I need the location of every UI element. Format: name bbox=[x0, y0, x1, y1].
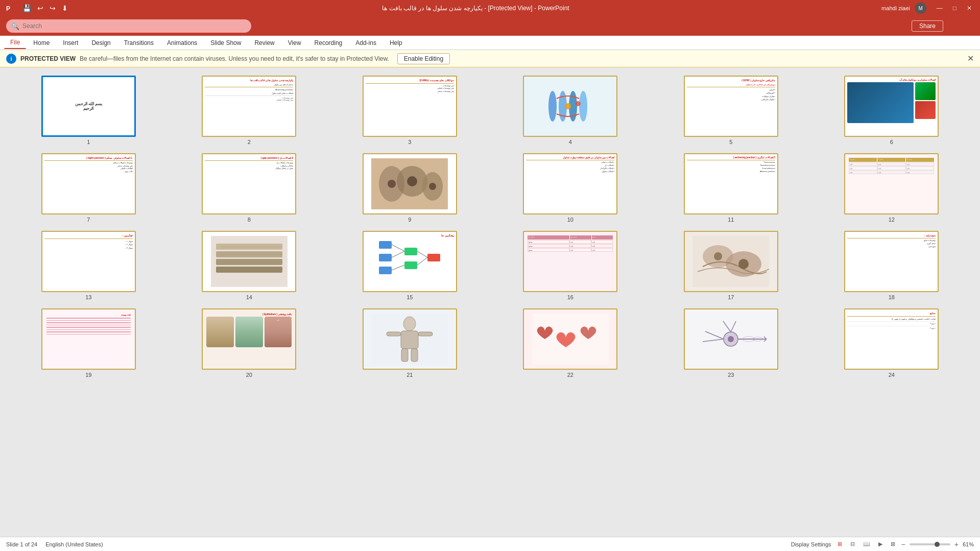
svg-line-31 bbox=[392, 265, 404, 270]
slide-thumbnail[interactable]: بسم الله الرحمن الرحيم bbox=[41, 76, 136, 137]
slide-item[interactable]: ستون 1 ستون 2 ستون 3 داده داده داده داده… bbox=[816, 153, 968, 223]
protected-label: PROTECTED VIEW bbox=[20, 55, 76, 62]
slide-item[interactable]: 2 اتصالات باز ( gap junction ) توضیحات ا… bbox=[173, 153, 326, 223]
slide-item[interactable]: بافت پوششی ( Epithelium ) بافت 20 bbox=[173, 308, 326, 378]
slide-item[interactable]: تمارین : سوال ۱: ... سوال ۲: ... سوال ۳:… bbox=[12, 231, 165, 300]
slide-sorter-button[interactable]: ⊟ bbox=[848, 540, 857, 548]
slide-thumbnail[interactable]: اتصالات سلولی و مولکول های آن bbox=[844, 76, 939, 137]
slide-thumbnail[interactable] bbox=[684, 308, 778, 370]
slide-thumbnail[interactable] bbox=[363, 153, 457, 214]
titlebar-left: P 💾 ↩ ↪ ⬇ bbox=[4, 3, 70, 13]
slide-thumbnail[interactable]: ماتریکس خارج سلولی ( ECM ) پروتئین‌های غ… bbox=[684, 76, 778, 137]
svg-point-38 bbox=[738, 259, 749, 269]
tab-transitions[interactable]: Transitions bbox=[118, 37, 160, 49]
slide-thumbnail[interactable]: بافت پوششی ( Epithelium ) بافت bbox=[202, 308, 296, 370]
slide-item[interactable]: 23 bbox=[655, 308, 807, 378]
slide-thumbnail[interactable]: ستون 1 ستون 2 ستون 3 داده داده داده داده… bbox=[844, 153, 939, 214]
tab-recording[interactable]: Recording bbox=[308, 37, 349, 49]
slide-item[interactable]: عنوان اول عنوان دوم سوم محتوا داده داده … bbox=[494, 231, 647, 300]
tab-addins[interactable]: Add-ins bbox=[349, 37, 383, 49]
slide-thumbnail[interactable]: بافت پیوندی bbox=[41, 308, 136, 370]
slide-item[interactable]: اتصالات سلولی و مولکول های آن 6 bbox=[816, 76, 968, 145]
slide-number: 4 bbox=[569, 139, 572, 145]
slide-item[interactable]: 3 اتصالات لنگری ( anchoring junction ) D… bbox=[655, 153, 807, 223]
slide-thumbnail[interactable] bbox=[684, 231, 778, 292]
slide-thumbnail[interactable] bbox=[523, 76, 617, 137]
reading-view-button[interactable]: 📖 bbox=[861, 540, 872, 548]
slideshow-button[interactable]: ▶ bbox=[876, 540, 885, 548]
statusbar-right: Display Settings ⊞ ⊟ 📖 ▶ ⊠ − + 61% bbox=[791, 540, 974, 548]
save-qat-button[interactable]: 💾 bbox=[20, 3, 33, 13]
slide-item[interactable]: 14 bbox=[173, 231, 326, 300]
slide-item[interactable]: نتیجه پایه : توضیحات جامع نتیجه گیری جمع… bbox=[816, 231, 968, 300]
svg-rect-43 bbox=[418, 332, 433, 336]
user-avatar[interactable]: M bbox=[915, 3, 926, 14]
slide-item[interactable]: ماتریکس خارج سلولی ( ECM ) پروتئین‌های غ… bbox=[655, 76, 807, 145]
tab-view[interactable]: View bbox=[282, 37, 307, 49]
slide-thumbnail[interactable]: منابع قیامت / قیامت تخصصی و مولکولی و فه… bbox=[844, 308, 939, 370]
slide-thumbnail[interactable]: نتیجه پایه : توضیحات جامع نتیجه گیری جمع… bbox=[844, 231, 939, 292]
slide-number: 19 bbox=[85, 372, 91, 378]
undo-qat-button[interactable]: ↩ bbox=[35, 3, 45, 13]
slide-thumbnail[interactable]: یکپارچه شدن سلول ها در قالب بافت ها مشار… bbox=[202, 76, 296, 137]
slide-thumbnail[interactable]: .1 اتصالات سلولی محکم ( tight junction )… bbox=[41, 153, 136, 214]
slide-item[interactable]: اتصالات بین سلولی بر طبق منطقه دیواره سل… bbox=[494, 153, 647, 223]
zoom-out-button[interactable]: − bbox=[901, 540, 905, 548]
slide-item[interactable]: 22 bbox=[494, 308, 647, 378]
slide-item[interactable]: منابع قیامت / قیامت تخصصی و مولکولی و فه… bbox=[816, 308, 968, 378]
tab-design[interactable]: Design bbox=[85, 37, 116, 49]
language-indicator: English (United States) bbox=[45, 541, 103, 547]
slide-item[interactable]: 17 bbox=[655, 231, 807, 300]
slide-item[interactable]: 9 bbox=[333, 153, 486, 223]
slide-thumbnail[interactable]: تمارین : سوال ۱: ... سوال ۲: ... سوال ۳:… bbox=[41, 231, 136, 292]
slide-item[interactable]: یکپارچه شدن سلول ها در قالب بافت ها مشار… bbox=[173, 76, 326, 145]
tab-help[interactable]: Help bbox=[384, 37, 409, 49]
tab-slideshow[interactable]: Slide Show bbox=[204, 37, 247, 49]
slide-item[interactable]: 4 bbox=[494, 76, 647, 145]
slide-thumbnail[interactable] bbox=[523, 308, 617, 370]
slide-thumbnail[interactable]: عنوان اول عنوان دوم سوم محتوا داده داده … bbox=[523, 231, 617, 292]
tab-review[interactable]: Review bbox=[248, 37, 280, 49]
zoom-in-button[interactable]: + bbox=[954, 540, 959, 548]
slide-thumbnail[interactable] bbox=[363, 308, 457, 370]
normal-view-button[interactable]: ⊞ bbox=[835, 540, 844, 548]
slide-thumbnail[interactable]: 3 اتصالات لنگری ( anchoring junction ) D… bbox=[684, 153, 778, 214]
tab-home[interactable]: Home bbox=[27, 37, 56, 49]
display-settings[interactable]: Display Settings bbox=[791, 541, 831, 547]
slide-item[interactable]: 21 bbox=[333, 308, 486, 378]
ribbon: File Home Insert Design Transitions Anim… bbox=[0, 36, 980, 50]
search-input[interactable] bbox=[22, 22, 246, 30]
enable-editing-button[interactable]: Enable Editing bbox=[397, 53, 450, 64]
slide-item[interactable]: .1 اتصالات سلولی محکم ( tight junction )… bbox=[12, 153, 165, 223]
svg-line-29 bbox=[392, 245, 404, 251]
slide-number: 1 bbox=[87, 139, 90, 145]
tab-file[interactable]: File bbox=[4, 37, 26, 49]
slide-thumbnail[interactable]: مولکلان های چسبنده :(CAMs) متن توضیحات م… bbox=[363, 76, 457, 137]
tab-animations[interactable]: Animations bbox=[161, 37, 203, 49]
slide-number: 15 bbox=[407, 294, 413, 300]
svg-rect-28 bbox=[427, 254, 440, 261]
share-button[interactable]: Share bbox=[912, 20, 943, 32]
slide-thumbnail[interactable]: پیشگرین ها bbox=[363, 231, 457, 292]
presenter-view-button[interactable]: ⊠ bbox=[889, 540, 897, 548]
slide-item[interactable]: پیشگرین ها bbox=[333, 231, 486, 300]
zoom-slider[interactable] bbox=[910, 543, 950, 545]
svg-text:P: P bbox=[6, 5, 10, 12]
slide-item[interactable]: بسم الله الرحمن الرحيم 1 bbox=[12, 76, 165, 145]
slide-item[interactable]: بافت پیوندی 19 bbox=[12, 308, 165, 378]
close-banner-button[interactable]: ✕ bbox=[967, 54, 974, 63]
close-button[interactable]: ✕ bbox=[963, 4, 976, 13]
slide-thumbnail[interactable] bbox=[202, 231, 296, 292]
slide-number: 10 bbox=[567, 217, 573, 223]
customize-qat-button[interactable]: ⬇ bbox=[60, 3, 70, 13]
slide-thumbnail[interactable]: اتصالات بین سلولی بر طبق منطقه دیواره سل… bbox=[523, 153, 617, 214]
tab-insert[interactable]: Insert bbox=[57, 37, 84, 49]
slide-item[interactable]: مولکلان های چسبنده :(CAMs) متن توضیحات م… bbox=[333, 76, 486, 145]
maximize-button[interactable]: □ bbox=[949, 4, 961, 13]
redo-qat-button[interactable]: ↪ bbox=[47, 3, 58, 13]
slide-thumbnail[interactable]: 2 اتصالات باز ( gap junction ) توضیحات ا… bbox=[202, 153, 296, 214]
slide-number: 6 bbox=[890, 139, 893, 145]
user-name: mahdi ziaei bbox=[881, 5, 910, 11]
search-icon: 🔍 bbox=[11, 22, 19, 30]
minimize-button[interactable]: — bbox=[933, 4, 947, 13]
